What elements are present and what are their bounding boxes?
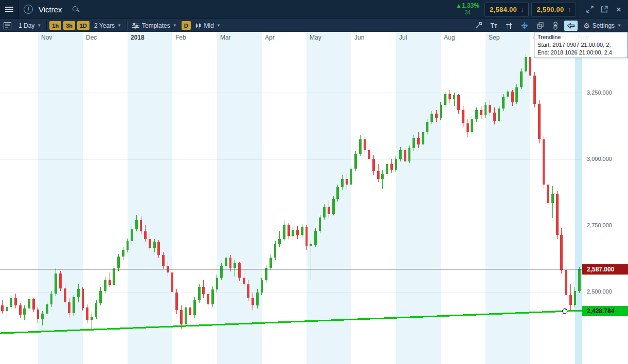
toolbar-divider <box>127 21 127 30</box>
price-type-dropdown[interactable]: Mid ▼ <box>195 22 221 29</box>
candle-body <box>153 242 156 247</box>
candle-body <box>135 220 138 229</box>
plot-area[interactable] <box>0 32 582 364</box>
trendline-endpoint-marker[interactable] <box>563 309 567 314</box>
chevron-down-icon: ▼ <box>173 23 177 28</box>
chart-toolbar: 1 Day ▼ 1h 3h 1D 2 Years ▼ Templates ▼ D… <box>0 19 628 32</box>
candle-body <box>131 229 133 242</box>
text-tool-button[interactable]: Tт <box>487 21 500 31</box>
search-button[interactable] <box>66 0 85 19</box>
candle-body <box>511 92 514 102</box>
candle-body <box>533 76 536 104</box>
trendline-tool-button[interactable] <box>472 21 485 31</box>
candle-body <box>32 299 35 310</box>
candle-body <box>113 268 115 285</box>
interval-1h-button[interactable]: 1h <box>49 21 61 30</box>
interval-3h-button[interactable]: 3h <box>63 21 75 30</box>
sell-price-button[interactable]: 2,584.00 ↓ <box>485 3 529 16</box>
candle-body <box>252 298 254 306</box>
axis-price-label: 3,000.000 <box>587 156 612 162</box>
change-sub-value: 34 <box>456 9 479 16</box>
info-button[interactable]: i <box>19 0 38 19</box>
candle-body <box>547 185 549 203</box>
pointer-tool-button[interactable] <box>564 21 578 31</box>
close-button[interactable]: × <box>612 0 626 19</box>
price-axis[interactable]: 2,587.000 2,428.784 3,500.0003,250.0003,… <box>582 32 628 364</box>
toolbar-divider <box>46 21 47 30</box>
change-percent: 1.33% <box>462 2 479 9</box>
candle-body <box>256 293 259 306</box>
candle-body <box>515 87 518 102</box>
candle-body <box>91 317 93 320</box>
candle-body <box>485 105 487 116</box>
sell-down-arrow-icon: ↓ <box>521 6 524 13</box>
candle-body <box>6 307 8 311</box>
candle-body <box>171 272 174 292</box>
grid-settings-button[interactable] <box>503 21 516 31</box>
candle-body <box>336 187 339 199</box>
settings-dropdown[interactable]: ⚙ Settings ▼ <box>583 22 621 30</box>
candle-body <box>574 291 577 305</box>
expand-icon <box>586 6 594 13</box>
crosshair-icon <box>521 22 529 30</box>
candle-body <box>457 95 460 110</box>
chevron-down-icon: ▼ <box>117 23 121 28</box>
text-tool-icon: Tт <box>491 22 497 29</box>
interval-badge-button[interactable]: D <box>182 21 191 30</box>
candle-body <box>261 280 263 293</box>
interval-1d-button[interactable]: 1D <box>77 21 89 30</box>
trendline-tooltip: Trendline Start: 2017 0907 21:00:00, 2, … <box>534 32 628 58</box>
candle-body <box>426 122 428 133</box>
month-label: Aug <box>444 34 455 41</box>
candle-body <box>306 227 308 245</box>
candle-body <box>390 164 393 169</box>
period-dropdown[interactable]: 1 Day ▼ <box>19 22 41 29</box>
month-label: Dec <box>86 34 97 41</box>
buy-price-button[interactable]: 2,590.00 ↑ <box>531 3 576 16</box>
current-price-tag: 2,587.000 <box>582 264 628 275</box>
link-chart-button[interactable] <box>549 21 562 31</box>
candle-body <box>37 310 40 319</box>
range-dropdown[interactable]: 2 Years ▼ <box>94 22 121 29</box>
candle-body <box>404 150 406 162</box>
candle-body <box>395 159 398 170</box>
candle-body <box>288 225 290 236</box>
crosshair-tool-button[interactable] <box>518 21 531 31</box>
toolbar-right-tools: Tт ⚙ Settings ▼ <box>472 21 628 31</box>
duplicate-chart-button[interactable] <box>533 21 547 31</box>
candle-body <box>10 298 12 307</box>
candle-body <box>453 95 456 99</box>
candle-body <box>64 288 66 302</box>
month-label: Jun <box>354 34 364 41</box>
candle-body <box>127 241 129 250</box>
fullscreen-button[interactable] <box>583 0 597 19</box>
candle-body <box>520 71 523 87</box>
popout-button[interactable] <box>597 0 612 19</box>
month-label: May <box>310 34 321 41</box>
range-label: 2 Years <box>94 22 115 29</box>
chart-list-button[interactable] <box>4 22 11 29</box>
templates-dropdown[interactable]: Templates ▼ <box>132 22 177 29</box>
candle-body <box>471 119 473 133</box>
candle-body <box>301 227 303 235</box>
candle-body <box>350 169 353 185</box>
menu-button[interactable] <box>0 0 19 19</box>
candle-body <box>82 289 84 307</box>
trendline-price-tag: 2,428.784 <box>582 306 628 316</box>
chevron-down-icon: ▼ <box>37 23 41 28</box>
candle-body <box>341 179 344 187</box>
candle-body <box>28 299 30 308</box>
chart-area[interactable]: 2,587.000 2,428.784 3,500.0003,250.0003,… <box>0 32 628 364</box>
candle-body <box>122 250 124 257</box>
candle-body <box>247 284 249 298</box>
candle-body <box>364 139 366 150</box>
month-label: Sep <box>489 34 499 41</box>
top-bar: i Victrex ▲1.33% 34 2,584.00 ↓ 2,590.00 … <box>0 0 628 19</box>
candle-body <box>368 150 370 159</box>
candle-body <box>448 94 451 99</box>
candle-body <box>55 274 57 294</box>
tooltip-title: Trendline <box>537 33 624 41</box>
buy-up-arrow-icon: ↑ <box>568 6 571 13</box>
axis-price-label: 2,500.000 <box>587 288 612 295</box>
candle-body <box>41 314 44 319</box>
